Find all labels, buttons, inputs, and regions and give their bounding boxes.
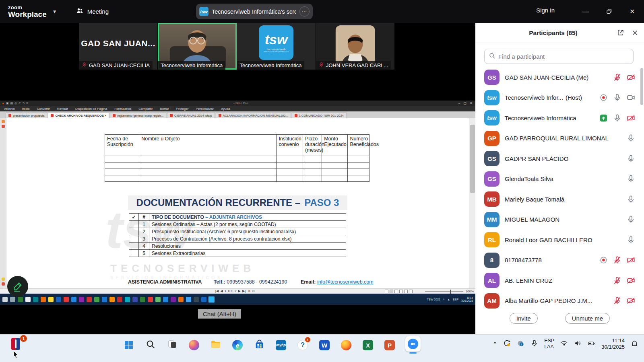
nitro-quick-access[interactable]: ▲▣▤⎙↶↷R	[2, 102, 29, 105]
recording-wrap[interactable]	[599, 256, 608, 264]
shared-taskbar-app-icon[interactable]	[48, 297, 54, 302]
taskbar-get-help-button[interactable]: ?!	[297, 339, 309, 351]
taskbar-search-button[interactable]	[144, 339, 157, 351]
participant-row[interactable]: GSGAD SAN JUAN-CECILIA (Me)	[475, 67, 644, 88]
mic-off-wrap[interactable]	[613, 296, 621, 305]
shared-taskbar-app-icon[interactable]	[201, 297, 206, 302]
taskbar-store-button[interactable]	[253, 339, 265, 351]
battery-icon[interactable]	[588, 339, 595, 349]
more-options-icon[interactable]: …	[299, 6, 310, 16]
shared-taskbar-app-icon[interactable]	[140, 297, 145, 302]
participant-search[interactable]	[484, 49, 634, 64]
language-indicator[interactable]: ESPLAA	[544, 338, 554, 350]
shared-taskbar-app-icon[interactable]	[117, 297, 122, 302]
mic-on-wrap[interactable]	[627, 195, 635, 204]
taskbar-task-view-button[interactable]	[166, 339, 178, 351]
nitro-doc-tab[interactable]: 1 COMUNICADO TSW-001-2024	[292, 112, 347, 118]
shared-taskbar-app-icon[interactable]	[94, 297, 99, 302]
participant-row[interactable]: ALAB. LENIN CRUZ	[475, 270, 644, 291]
nitro-doc-tab[interactable]: ACLARACION-INFORMACION-MENSUAL202...	[216, 112, 291, 118]
tray-mic-icon[interactable]	[530, 339, 538, 349]
shared-taskbar-app-icon[interactable]	[109, 297, 115, 302]
mic-on-wrap[interactable]	[627, 236, 635, 244]
mic-off-wrap[interactable]	[613, 73, 621, 82]
close-button[interactable]: ✕	[621, 0, 644, 23]
participant-row[interactable]: GSGADPR SAN PLÁCIDO	[475, 148, 644, 169]
video-tile[interactable]: Tecnoserviweb Informática	[158, 23, 236, 70]
shared-taskbar-app-icon[interactable]	[41, 297, 46, 302]
taskbar-word-button[interactable]: W	[318, 339, 330, 351]
shared-taskbar-app-icon[interactable]	[10, 297, 15, 302]
annotate-pencil-button[interactable]	[7, 276, 28, 297]
invite-button[interactable]: Invite	[510, 313, 538, 324]
shared-taskbar-app-icon[interactable]	[163, 297, 168, 302]
sync-icon[interactable]	[503, 339, 511, 349]
participant-row[interactable]: tswTecnoserviweb Informática	[475, 108, 644, 128]
taskbar-powerpoint-button[interactable]: P	[384, 339, 396, 351]
recording-wrap[interactable]	[599, 93, 608, 102]
mic-on-wrap[interactable]	[627, 215, 635, 224]
participant-row[interactable]: MMMIGUEL MALAGON	[475, 210, 644, 230]
shared-taskbar-app-icon[interactable]	[18, 297, 23, 302]
nitro-doc-tab[interactable]: CIERRE ANUAL 2024 lotaip	[167, 112, 215, 118]
taskbar-copilot-button[interactable]	[188, 339, 200, 351]
shared-taskbar-app-icon[interactable]	[79, 297, 84, 302]
nitro-doc-tab[interactable]: presentacion propuesta	[6, 112, 47, 118]
cam-off-wrap[interactable]	[627, 256, 635, 264]
tab-meeting[interactable]: Meeting	[76, 7, 109, 16]
shared-taskbar-app-icon[interactable]	[209, 297, 214, 302]
shared-taskbar-app-icon[interactable]	[178, 297, 184, 302]
video-tile[interactable]: tsw tecnoserviweb SERVICIOS INFORMÁTICOS…	[237, 23, 316, 70]
chevron-down-icon[interactable]: ▼	[52, 9, 57, 14]
nitro-menu-item[interactable]: Disposición de Página	[75, 107, 107, 111]
pop-out-icon[interactable]	[615, 28, 625, 38]
video-tile[interactable]: JOHN VERA GAD CARL...	[316, 23, 394, 70]
nitro-menu-item[interactable]: Personalizar	[196, 107, 213, 111]
nitro-window-controls[interactable]: – ▢ ✕	[458, 101, 474, 105]
taskbar-myhp-button[interactable]: myhp	[275, 339, 287, 351]
tray-chevron-icon[interactable]: ⌃	[493, 341, 497, 347]
nitro-scrollbar[interactable]	[469, 118, 475, 288]
taskbar-excel-button[interactable]: X	[362, 339, 374, 351]
panel-scrollbar[interactable]	[640, 68, 643, 105]
nitro-menu-item[interactable]: Convertir	[37, 107, 50, 111]
nitro-menu-item[interactable]: Compartir	[138, 107, 153, 111]
taskbar-firefox-button[interactable]	[340, 339, 352, 351]
mic-on-wrap[interactable]	[627, 175, 635, 183]
shared-taskbar-app-icon[interactable]	[25, 297, 31, 302]
mic-off-wrap[interactable]	[613, 276, 621, 285]
shared-taskbar-app-icon[interactable]	[102, 297, 107, 302]
taskbar-start-button[interactable]	[123, 339, 135, 351]
video-tile[interactable]: GAD SAN JUAN...GAD SAN JUAN-CECILIA	[79, 23, 157, 70]
mic-on-wrap[interactable]	[627, 134, 635, 142]
taskbar-edge-button[interactable]: e	[231, 339, 244, 351]
unmute-me-button[interactable]: Unmute me	[565, 313, 610, 324]
participant-row[interactable]: AMAlba Martillo-GAP PEDRO J.M...	[475, 291, 644, 310]
shared-chevron-icon[interactable]: ^	[443, 298, 444, 301]
shared-taskbar-app-icon[interactable]	[71, 297, 76, 302]
nitro-menu-item[interactable]: Borrar	[160, 107, 169, 111]
cam-on-wrap[interactable]	[627, 93, 635, 102]
mic-off-wrap[interactable]	[613, 256, 621, 264]
participant-row[interactable]: MBMariely Baque Tomalá	[475, 189, 644, 210]
cam-off-wrap[interactable]	[627, 73, 635, 82]
sharing-wrap[interactable]	[599, 114, 608, 122]
cam-off-wrap[interactable]	[627, 296, 635, 305]
shared-taskbar-app-icon[interactable]	[148, 297, 153, 302]
shared-taskbar-app-icon[interactable]	[186, 297, 191, 302]
shared-taskbar-app-icon[interactable]	[155, 297, 161, 302]
shared-taskbar-app-icon[interactable]	[64, 297, 69, 302]
speaker-icon[interactable]	[574, 339, 582, 349]
shared-taskbar-app-icon[interactable]	[194, 297, 199, 302]
mic-on-wrap[interactable]	[613, 114, 621, 122]
shared-taskbar-app-icon[interactable]	[132, 297, 138, 302]
nitro-menu-item[interactable]: Inicio	[22, 107, 30, 111]
nitro-doc-tab[interactable]: reglamento-general-lotaip-registr...	[110, 112, 166, 118]
nitro-menu-item[interactable]: Revisar	[57, 107, 68, 111]
info-icon[interactable]: i	[517, 339, 524, 349]
wifi-icon[interactable]	[560, 339, 568, 349]
page-navigation[interactable]: |◀ ◀ 1 DE 2 ▶ ▶| ⊕ ⊖	[215, 289, 255, 293]
taskbar-zoom-button[interactable]	[405, 336, 421, 352]
nitro-menu-item[interactable]: Formularios	[114, 107, 131, 111]
shared-taskbar-app-icon[interactable]	[33, 297, 38, 302]
